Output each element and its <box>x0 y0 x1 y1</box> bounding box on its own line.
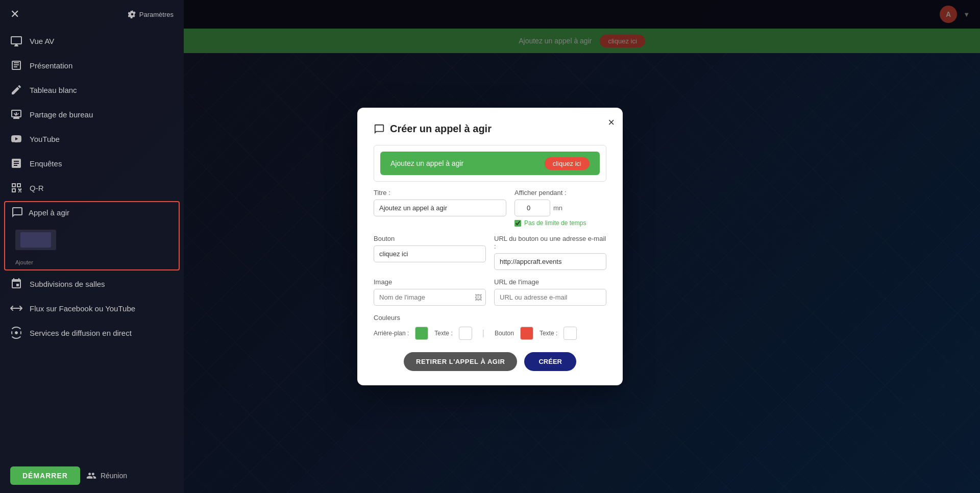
no-limit-checkbox[interactable] <box>514 220 521 227</box>
image-url-label: URL de l'image <box>494 278 606 286</box>
button-text-color-label: Texte : <box>540 330 557 337</box>
form-group-title: Titre : <box>374 189 506 216</box>
modal-preview: Ajoutez un appel à agir cliquez ici <box>374 145 606 182</box>
display-label: Afficher pendant : <box>514 189 606 196</box>
button-label: Bouton <box>374 235 486 242</box>
remove-button[interactable]: RETIRER L'APPEL À AGIR <box>404 352 517 371</box>
modal-title-icon <box>374 124 385 135</box>
modal-title: Créer un appel à agir <box>374 123 606 135</box>
button-input[interactable] <box>374 245 486 262</box>
checkbox-row: Pas de limite de temps <box>514 219 606 227</box>
title-label: Titre : <box>374 189 506 196</box>
colors-section: Couleurs Arrière-plan : Texte : | Bouton… <box>374 314 606 340</box>
modal-content-area: × Créer un appel à agir Ajoutez un appel… <box>184 0 980 493</box>
image-input-wrapper: 🖼 <box>374 289 486 306</box>
modal-footer: RETIRER L'APPEL À AGIR CRÉER <box>374 352 606 371</box>
form-row-image: Image 🖼 URL de l'image <box>374 278 606 306</box>
time-input[interactable] <box>514 200 550 216</box>
form-row-title: Titre : Afficher pendant : mn Pas de lim… <box>374 189 606 227</box>
title-input[interactable] <box>374 200 506 216</box>
url-input[interactable] <box>494 253 606 270</box>
no-limit-label: Pas de limite de temps <box>524 219 586 227</box>
color-separator: | <box>482 329 484 338</box>
form-group-url: URL du bouton ou une adresse e-mail : <box>494 235 606 270</box>
form-group-image: Image 🖼 <box>374 278 486 306</box>
image-url-input[interactable] <box>494 289 606 306</box>
image-input[interactable] <box>374 289 486 306</box>
form-group-image-url: URL de l'image <box>494 278 606 306</box>
form-row-button: Bouton URL du bouton ou une adresse e-ma… <box>374 235 606 270</box>
url-label: URL du bouton ou une adresse e-mail : <box>494 235 606 250</box>
preview-bar-title: Ajoutez un appel à agir <box>390 159 463 167</box>
image-label: Image <box>374 278 486 286</box>
image-icon: 🖼 <box>475 293 482 302</box>
preview-bar: Ajoutez un appel à agir cliquez ici <box>380 152 600 175</box>
colors-title: Couleurs <box>374 314 606 322</box>
modal-close-button[interactable]: × <box>608 116 615 129</box>
time-unit: mn <box>553 204 562 212</box>
create-button[interactable]: CRÉER <box>524 352 576 371</box>
modal: × Créer un appel à agir Ajoutez un appel… <box>357 108 623 385</box>
text-color-swatch[interactable] <box>459 327 472 340</box>
preview-cta-button[interactable]: cliquez ici <box>545 157 590 170</box>
button-color-label: Bouton <box>495 330 514 337</box>
button-text-color-swatch[interactable] <box>564 327 577 340</box>
modal-title-text: Créer un appel à agir <box>390 123 492 135</box>
bg-color-swatch[interactable] <box>415 327 428 340</box>
form-group-display: Afficher pendant : mn Pas de limite de t… <box>514 189 606 227</box>
colors-row: Arrière-plan : Texte : | Bouton Texte : <box>374 327 606 340</box>
time-group: mn <box>514 200 606 216</box>
text-color-label: Texte : <box>434 330 452 337</box>
button-color-swatch[interactable] <box>520 327 533 340</box>
form-group-button: Bouton <box>374 235 486 262</box>
bg-color-label: Arrière-plan : <box>374 330 409 337</box>
modal-wrapper: × Créer un appel à agir Ajoutez un appel… <box>0 0 980 493</box>
